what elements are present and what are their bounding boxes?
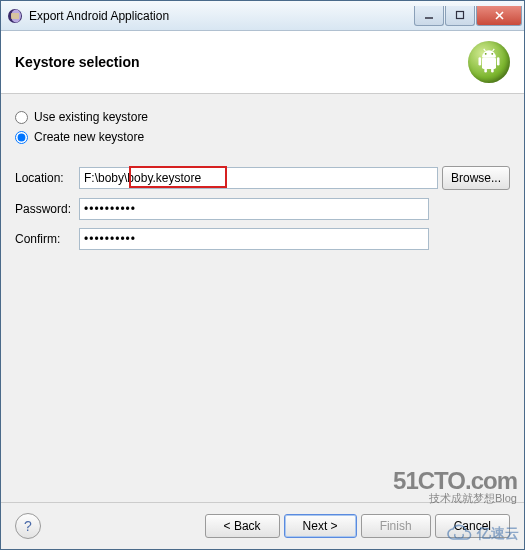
wizard-content: Use existing keystore Create new keystor… (1, 94, 524, 502)
svg-rect-8 (497, 57, 500, 65)
create-new-keystore-radio[interactable]: Create new keystore (15, 130, 510, 144)
cancel-button[interactable]: Cancel (435, 514, 510, 538)
wizard-header: Keystore selection (1, 31, 524, 94)
location-label: Location: (15, 171, 79, 185)
minimize-button[interactable] (414, 6, 444, 26)
maximize-button[interactable] (445, 6, 475, 26)
svg-rect-7 (479, 57, 482, 65)
confirm-label: Confirm: (15, 232, 79, 246)
confirm-input[interactable] (79, 228, 429, 250)
export-android-dialog: Export Android Application Keystore sele… (0, 0, 525, 550)
svg-rect-6 (482, 57, 496, 69)
use-existing-keystore-radio[interactable]: Use existing keystore (15, 110, 510, 124)
location-input-wrap (79, 167, 438, 189)
titlebar: Export Android Application (1, 1, 524, 31)
use-existing-keystore-input[interactable] (15, 111, 28, 124)
location-input[interactable] (79, 167, 438, 189)
eclipse-icon (7, 8, 23, 24)
create-new-keystore-input[interactable] (15, 131, 28, 144)
help-button[interactable]: ? (15, 513, 41, 539)
browse-button[interactable]: Browse... (442, 166, 510, 190)
svg-line-13 (484, 49, 486, 51)
android-icon (468, 41, 510, 83)
confirm-row: Confirm: (15, 228, 510, 250)
password-input[interactable] (79, 198, 429, 220)
svg-point-11 (485, 53, 487, 55)
window-title: Export Android Application (29, 9, 413, 23)
svg-rect-9 (484, 68, 487, 73)
next-button[interactable]: Next > (284, 514, 357, 538)
svg-point-12 (491, 53, 493, 55)
svg-rect-3 (457, 12, 464, 19)
password-label: Password: (15, 202, 79, 216)
create-new-keystore-label: Create new keystore (34, 130, 144, 144)
window-controls (413, 6, 522, 26)
close-button[interactable] (476, 6, 522, 26)
keystore-form: Location: Browse... Password: Confirm: (15, 166, 510, 258)
back-button[interactable]: < Back (205, 514, 280, 538)
password-row: Password: (15, 198, 510, 220)
use-existing-keystore-label: Use existing keystore (34, 110, 148, 124)
finish-button: Finish (361, 514, 431, 538)
svg-rect-10 (491, 68, 494, 73)
svg-line-14 (493, 49, 495, 51)
page-title: Keystore selection (15, 54, 468, 70)
wizard-footer: ? < Back Next > Finish Cancel (1, 502, 524, 549)
location-row: Location: Browse... (15, 166, 510, 190)
